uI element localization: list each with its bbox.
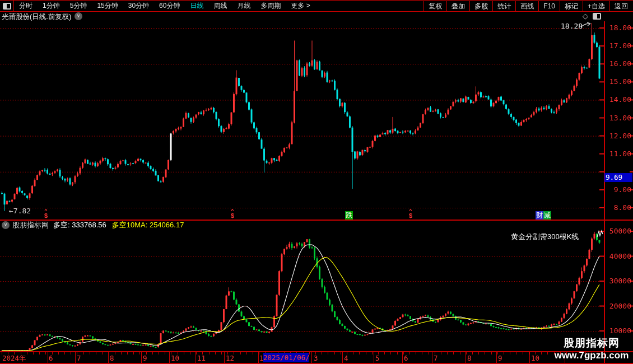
period-tab-3[interactable]: 5分钟 — [65, 1, 92, 11]
period-tab-4[interactable]: 15分钟 — [92, 1, 123, 11]
date-tick — [58, 352, 59, 354]
trading-app-window: 分时1分钟5分钟15分钟30分钟60分钟日线周线月线多周期更多 > 复权叠加多股… — [0, 0, 633, 364]
price-axis-label: 13.00 — [606, 114, 631, 122]
price-axis-line — [604, 21, 605, 363]
date-tick — [366, 352, 366, 354]
month-divider — [141, 352, 142, 363]
layout-toggle-button[interactable] — [0, 1, 14, 11]
date-label: 10 — [531, 354, 539, 362]
flag-char: 跌 — [345, 211, 353, 220]
date-tick — [215, 352, 216, 354]
low-price-annotation: ←7.82 — [9, 207, 31, 215]
date-label: 8 — [467, 354, 472, 362]
date-tick — [485, 352, 485, 354]
split-panel-icon — [3, 3, 11, 10]
period-menu: 分时1分钟5分钟15分钟30分钟60分钟日线周线月线多周期更多 > — [14, 1, 315, 11]
date-tick — [96, 352, 96, 354]
date-tick — [466, 352, 467, 354]
chart-title-bar: 光莆股份(日线.前复权) ∨ ◇ — [0, 12, 633, 21]
period-tab-9[interactable]: 月线 — [232, 1, 255, 11]
action-item-6[interactable]: F10 — [538, 1, 560, 12]
buy-signal-marker: ^$ — [407, 210, 414, 220]
date-tick — [447, 352, 448, 354]
indicator-note: 黄金分割需300根K线 — [511, 232, 579, 242]
action-item-3[interactable]: 多股 — [469, 1, 492, 12]
date-tick — [71, 352, 71, 354]
month-divider — [374, 352, 374, 363]
indicator-pair-label: 多空: — [53, 221, 70, 229]
action-item-1[interactable]: 复权 — [423, 1, 446, 12]
date-tick — [359, 352, 360, 354]
period-tab-10[interactable]: 多周期 — [255, 1, 286, 11]
date-tick — [83, 352, 84, 354]
date-tick — [64, 352, 65, 354]
date-label: 2024年 — [2, 354, 26, 363]
date-tick — [334, 352, 335, 354]
date-label: 7 — [434, 354, 438, 362]
price-axis-label: 16.00 — [606, 60, 631, 68]
month-divider — [432, 352, 432, 363]
month-divider — [108, 352, 109, 363]
action-item-8[interactable]: +自选 — [583, 1, 609, 12]
charts-canvas[interactable] — [0, 0, 633, 364]
date-tick — [491, 352, 492, 354]
last-price-badge: 9.69 — [604, 173, 632, 182]
date-tick — [441, 352, 441, 354]
action-item-5[interactable]: 画线 — [515, 1, 538, 12]
diamond-icon[interactable]: ◇ — [583, 12, 588, 20]
date-label: 9 — [143, 354, 147, 362]
period-tab-2[interactable]: 1分钟 — [38, 1, 65, 11]
period-tab-8[interactable]: 周线 — [208, 1, 232, 11]
action-item-2[interactable]: 叠加 — [446, 1, 469, 12]
date-tick — [246, 352, 247, 354]
high-price-annotation: 18.28 — [561, 22, 583, 30]
date-tick — [516, 352, 516, 354]
month-divider — [48, 352, 48, 363]
period-toolbar: 分时1分钟5分钟15分钟30分钟60分钟日线周线月线多周期更多 > 复权叠加多股… — [0, 0, 633, 12]
date-tick — [416, 352, 416, 354]
flag-char: 财 — [536, 211, 543, 220]
price-axis-label: 12.00 — [606, 132, 631, 140]
period-tab-1[interactable]: 分时 — [14, 1, 38, 11]
watermark-site-name: 股朋指标网 — [552, 337, 631, 349]
date-tick — [390, 352, 391, 354]
period-tab-11[interactable]: 更多 > — [286, 1, 315, 11]
signal-dollar-icon: $ — [43, 213, 49, 219]
action-item-4[interactable]: 统计 — [492, 1, 515, 12]
date-tick — [422, 352, 422, 354]
price-axis-label: 14.00 — [606, 96, 631, 104]
month-divider — [196, 352, 196, 363]
action-item-9[interactable]: 返回 — [609, 1, 632, 12]
month-divider — [529, 352, 530, 363]
date-tick — [159, 352, 159, 354]
date-tick — [90, 352, 90, 354]
date-tick — [541, 352, 542, 354]
period-tab-6[interactable]: 60分钟 — [154, 1, 185, 11]
indicator-axis-label: 30000 — [606, 277, 631, 285]
title-dropdown-icon[interactable]: ∨ — [75, 12, 82, 20]
date-tick — [504, 352, 504, 354]
indicator-axis-label: 10000 — [606, 327, 631, 335]
month-divider — [75, 352, 76, 363]
date-tick — [460, 352, 460, 354]
flag-marker: 财减 — [536, 211, 551, 220]
date-tick — [45, 352, 46, 354]
date-axis[interactable]: 2025/01/06/— 2024年67891011121345678910 — [0, 351, 633, 363]
period-tab-5[interactable]: 30分钟 — [123, 1, 154, 11]
date-label: 3 — [314, 354, 318, 362]
flag-marker: 跌 — [345, 211, 353, 220]
indicator-dropdown-icon[interactable]: ∨ — [2, 221, 10, 229]
date-tick — [139, 352, 140, 354]
period-tab-7[interactable]: 日线 — [185, 1, 208, 11]
date-label: 7 — [77, 354, 81, 362]
date-tick — [133, 352, 134, 354]
date-tick — [409, 352, 410, 354]
price-axis-label: 8.00 — [606, 204, 631, 212]
action-item-7[interactable]: 标记 — [560, 1, 583, 12]
date-tick — [127, 352, 128, 354]
month-divider — [496, 352, 497, 363]
month-divider — [402, 352, 403, 363]
date-tick — [397, 352, 398, 354]
split-panel-icon[interactable] — [593, 13, 601, 20]
watermark: 股朋指标网 www.7gpzb.com — [552, 337, 631, 361]
